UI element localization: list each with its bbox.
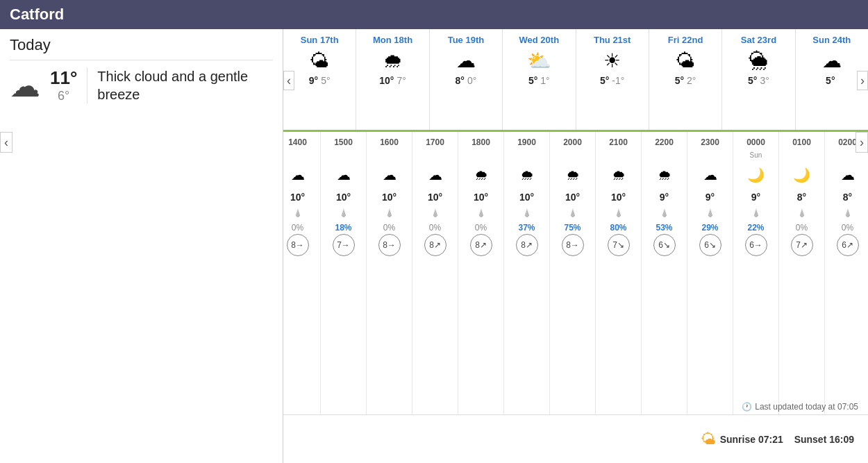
hour-precip-pct: 53% xyxy=(656,221,672,235)
forecast-icon: 🌤 xyxy=(310,49,329,72)
wind-circle: 7↗ xyxy=(791,234,813,256)
hour-weather-icon: 🌧 xyxy=(520,161,534,189)
bottom-right: 🌤 Sunrise 07:21 Sunset 16:09 xyxy=(701,430,854,448)
hour-weather-icon: 🌧 xyxy=(474,161,488,189)
hour-precip-icon: 🌢 xyxy=(293,205,303,221)
forecast-icon: ☁ xyxy=(822,49,842,72)
wind-circle: 8↗ xyxy=(424,234,446,256)
hour-precip-icon: 🌢 xyxy=(706,205,715,221)
hour-weather-icon: ☁ xyxy=(703,161,717,189)
forecast-date: Sun 17th xyxy=(301,35,339,45)
hour-sub-label: Sun xyxy=(750,151,762,161)
hour-wind: 8→ xyxy=(287,235,309,255)
forecast-high: 5° xyxy=(748,75,757,86)
hour-wind: 8↗ xyxy=(424,235,446,255)
hour-label: 2000 xyxy=(563,135,582,150)
today-high-temp: 11° xyxy=(50,67,77,89)
hour-temp: 10° xyxy=(382,189,397,205)
today-label: Today xyxy=(10,36,273,54)
forecast-low: 3° xyxy=(760,75,769,86)
wind-circle: 6↘ xyxy=(699,234,721,256)
hour-wind: 6↘ xyxy=(699,235,721,255)
forecast-temps: 5° 3° xyxy=(748,75,769,86)
hour-label: 1700 xyxy=(426,135,444,150)
forecast-day-4[interactable]: Thu 21st ☀ 5° -1° xyxy=(576,29,649,130)
header-bar: Catford xyxy=(0,0,868,29)
main-area: Today ☁ 11° 6° Thick cloud and a gentle … xyxy=(0,29,868,463)
hour-precip-pct: 18% xyxy=(335,221,351,235)
hour-label: 1500 xyxy=(334,135,353,150)
hour-precip-pct: 22% xyxy=(747,221,764,235)
hour-label: 2100 xyxy=(609,135,628,150)
forecast-icon: 🌤 xyxy=(676,49,695,72)
hour-precip-icon: 🌢 xyxy=(797,205,807,221)
wind-circle: 8↗ xyxy=(470,234,492,256)
hourly-nav-right[interactable]: › xyxy=(856,132,868,153)
today-content: ☁ 11° 6° Thick cloud and a gentle breeze xyxy=(10,60,273,103)
forecast-day-3[interactable]: Wed 20th ⛅ 5° 1° xyxy=(503,29,576,130)
hour-precip-icon: 🌢 xyxy=(522,205,532,221)
hour-temp: 8° xyxy=(843,189,852,205)
today-panel: Today ☁ 11° 6° Thick cloud and a gentle … xyxy=(0,29,283,463)
hour-precip-pct: 0% xyxy=(475,221,487,235)
wind-circle: 7→ xyxy=(333,234,355,256)
hour-col-10: 1800 🌧 10° 🌢 0% 8↗ xyxy=(458,132,504,463)
hour-col-12: 2000 🌧 10° 🌢 75% 8→ xyxy=(550,132,596,463)
hour-temp: 10° xyxy=(611,189,626,205)
hour-label: 1900 xyxy=(517,135,536,150)
forecast-low: 1° xyxy=(540,75,549,86)
hour-precip-icon: 🌢 xyxy=(843,205,853,221)
forecast-date: Fri 22nd xyxy=(668,35,703,45)
hour-col-11: 1900 🌧 10° 🌢 37% 8↗ xyxy=(504,132,550,463)
hour-wind: 6→ xyxy=(745,235,767,255)
last-updated: 🕐 Last updated today at 07:05 xyxy=(742,402,858,412)
forecast-temps: 5° -1° xyxy=(600,75,624,86)
hour-wind: 6↗ xyxy=(837,235,859,255)
hour-label: 0100 xyxy=(792,135,811,150)
forecast-high: 5° xyxy=(675,75,684,86)
forecast-low: 5° xyxy=(321,75,330,86)
hour-weather-icon: ☁ xyxy=(337,161,351,189)
hour-temp: 9° xyxy=(706,189,715,205)
hour-temp: 9° xyxy=(751,189,760,205)
forecast-nav-left[interactable]: ‹ xyxy=(283,71,294,90)
hour-label: 1400 xyxy=(288,135,307,150)
wind-circle: 8↗ xyxy=(516,234,538,256)
hour-temp: 10° xyxy=(428,189,442,205)
hour-col-17: 0100 🌙 8° 🌢 0% 7↗ xyxy=(779,132,825,463)
forecast-date: Tue 19th xyxy=(448,35,485,45)
hour-col-14: 2200 🌧 9° 🌢 53% 6↘ xyxy=(642,132,687,463)
hour-label: 1600 xyxy=(380,135,399,150)
forecast-day-1[interactable]: Mon 18th 🌧 10° 7° xyxy=(356,29,429,130)
forecast-day-2[interactable]: Tue 19th ☁ 8° 0° xyxy=(430,29,503,130)
forecast-high: 5° xyxy=(528,75,537,86)
forecast-low: -1° xyxy=(612,75,624,86)
wind-circle: 6↘ xyxy=(653,234,676,256)
hour-precip-icon: 🌢 xyxy=(751,205,761,221)
forecast-date: Sat 23rd xyxy=(741,35,776,45)
today-low-temp: 6° xyxy=(58,89,69,103)
forecast-temps: 5° xyxy=(826,75,837,86)
hour-weather-icon: ☁ xyxy=(383,161,397,189)
hour-temp: 10° xyxy=(290,189,305,205)
hour-col-9: 1700 ☁ 10° 🌢 0% 8↗ xyxy=(412,132,458,463)
sunrise-icon: 🌤 xyxy=(701,430,716,448)
forecast-icon: 🌧 xyxy=(383,49,403,72)
hour-precip-pct: 29% xyxy=(701,221,718,235)
sunrise-text: Sunrise 07:21 xyxy=(720,434,783,445)
forecast-nav-right[interactable]: › xyxy=(857,71,868,90)
hour-weather-icon: ☁ xyxy=(428,161,442,189)
forecast-day-5[interactable]: Fri 22nd 🌤 5° 2° xyxy=(649,29,722,130)
hour-weather-icon: 🌧 xyxy=(658,161,671,189)
hour-weather-icon: ☁ xyxy=(841,161,855,189)
hour-weather-icon: 🌧 xyxy=(566,161,580,189)
wind-circle: 6→ xyxy=(745,234,767,256)
hour-precip-icon: 🌢 xyxy=(660,205,669,221)
hourly-nav-left[interactable]: ‹ xyxy=(0,132,12,153)
forecast-day-6[interactable]: Sat 23rd 🌦 5° 3° xyxy=(722,29,795,130)
forecast-high: 5° xyxy=(826,75,835,86)
hour-col-8: 1600 ☁ 10° 🌢 0% 8→ xyxy=(367,132,412,463)
wind-circle: 7↘ xyxy=(608,234,630,256)
hour-precip-pct: 0% xyxy=(429,221,441,235)
hour-wind: 7↗ xyxy=(791,235,813,255)
